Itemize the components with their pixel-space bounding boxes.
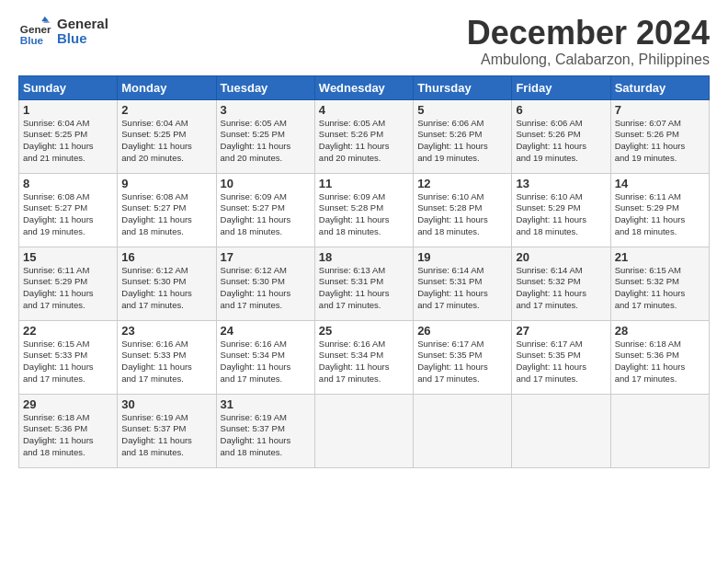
cell-line: Daylight: 11 hours bbox=[221, 288, 291, 298]
cell-line: Sunrise: 6:17 AM bbox=[417, 339, 483, 349]
cell-line: Sunset: 5:29 PM bbox=[23, 276, 87, 286]
calendar-cell: 7Sunrise: 6:07 AMSunset: 5:26 PMDaylight… bbox=[610, 99, 709, 173]
cell-line: Sunrise: 6:11 AM bbox=[23, 265, 89, 275]
calendar-cell: 10Sunrise: 6:09 AMSunset: 5:27 PMDayligh… bbox=[216, 173, 314, 247]
cell-line: Sunrise: 6:08 AM bbox=[121, 191, 188, 201]
cell-line: Daylight: 11 hours bbox=[417, 214, 488, 224]
day-number: 7 bbox=[615, 103, 705, 117]
day-number: 22 bbox=[23, 324, 113, 338]
calendar-cell: 31Sunrise: 6:19 AMSunset: 5:37 PMDayligh… bbox=[216, 394, 314, 467]
header-day-tuesday: Tuesday bbox=[216, 75, 314, 99]
day-number: 19 bbox=[417, 250, 507, 264]
calendar-cell: 21Sunrise: 6:15 AMSunset: 5:32 PMDayligh… bbox=[610, 247, 709, 320]
calendar-cell: 4Sunrise: 6:05 AMSunset: 5:26 PMDaylight… bbox=[314, 99, 413, 173]
day-number: 3 bbox=[221, 103, 311, 117]
cell-line: Daylight: 11 hours bbox=[23, 435, 94, 445]
cell-line: Sunrise: 6:06 AM bbox=[516, 118, 582, 128]
cell-line: Daylight: 11 hours bbox=[615, 214, 686, 224]
cell-line: and 17 minutes. bbox=[23, 300, 85, 310]
title-block: December 2024 Ambulong, Calabarzon, Phil… bbox=[467, 15, 710, 68]
calendar-cell bbox=[512, 394, 610, 467]
cell-line: and 17 minutes. bbox=[221, 373, 283, 384]
cell-text: Sunrise: 6:06 AMSunset: 5:26 PMDaylight:… bbox=[417, 118, 507, 165]
calendar-cell: 3Sunrise: 6:05 AMSunset: 5:25 PMDaylight… bbox=[216, 99, 314, 173]
cell-line: Sunrise: 6:13 AM bbox=[319, 265, 385, 275]
cell-line: Sunrise: 6:04 AM bbox=[121, 118, 188, 128]
cell-line: and 17 minutes. bbox=[516, 373, 578, 384]
cell-line: Sunset: 5:26 PM bbox=[319, 129, 383, 139]
cell-text: Sunrise: 6:06 AMSunset: 5:26 PMDaylight:… bbox=[516, 118, 606, 165]
cell-line: Daylight: 11 hours bbox=[319, 362, 390, 372]
day-number: 8 bbox=[23, 177, 113, 190]
cell-line: and 17 minutes. bbox=[319, 373, 381, 384]
cell-line: Sunset: 5:25 PM bbox=[121, 129, 186, 139]
calendar-cell: 25Sunrise: 6:16 AMSunset: 5:34 PMDayligh… bbox=[314, 320, 413, 394]
cell-text: Sunrise: 6:08 AMSunset: 5:27 PMDaylight:… bbox=[121, 191, 211, 238]
cell-text: Sunrise: 6:16 AMSunset: 5:34 PMDaylight:… bbox=[221, 339, 311, 385]
calendar-cell: 28Sunrise: 6:18 AMSunset: 5:36 PMDayligh… bbox=[610, 320, 709, 394]
cell-line: Daylight: 11 hours bbox=[221, 435, 291, 445]
logo: General Blue General Blue bbox=[18, 15, 108, 48]
cell-line: Sunrise: 6:14 AM bbox=[516, 265, 582, 275]
day-number: 2 bbox=[121, 103, 211, 117]
cell-line: Daylight: 11 hours bbox=[121, 141, 192, 151]
cell-line: and 18 minutes. bbox=[221, 226, 283, 236]
cell-line: Sunrise: 6:19 AM bbox=[121, 412, 188, 422]
calendar-cell: 29Sunrise: 6:18 AMSunset: 5:36 PMDayligh… bbox=[19, 394, 118, 467]
cell-line: Sunset: 5:27 PM bbox=[121, 202, 186, 213]
cell-line: Sunset: 5:30 PM bbox=[221, 276, 285, 286]
cell-line: Sunset: 5:31 PM bbox=[417, 276, 482, 286]
cell-line: and 17 minutes. bbox=[516, 300, 578, 310]
cell-line: Sunset: 5:26 PM bbox=[615, 129, 679, 139]
cell-line: Daylight: 11 hours bbox=[516, 362, 586, 372]
cell-line: Sunset: 5:35 PM bbox=[417, 350, 482, 360]
cell-line: Sunrise: 6:16 AM bbox=[221, 339, 287, 349]
cell-line: Sunset: 5:29 PM bbox=[615, 202, 679, 213]
cell-line: and 17 minutes. bbox=[417, 300, 480, 310]
logo-line2: Blue bbox=[57, 31, 108, 47]
cell-line: Sunrise: 6:10 AM bbox=[516, 191, 582, 201]
day-number: 10 bbox=[221, 177, 311, 190]
day-number: 14 bbox=[615, 177, 705, 190]
cell-line: and 17 minutes. bbox=[221, 300, 283, 310]
calendar-cell: 17Sunrise: 6:12 AMSunset: 5:30 PMDayligh… bbox=[216, 247, 314, 320]
logo-icon: General Blue bbox=[18, 15, 51, 48]
cell-line: Daylight: 11 hours bbox=[319, 214, 390, 224]
cell-line: and 20 minutes. bbox=[121, 153, 184, 163]
calendar-cell: 1Sunrise: 6:04 AMSunset: 5:25 PMDaylight… bbox=[19, 99, 118, 173]
cell-text: Sunrise: 6:05 AMSunset: 5:25 PMDaylight:… bbox=[221, 118, 311, 165]
cell-line: and 17 minutes. bbox=[417, 373, 480, 384]
cell-line: Sunrise: 6:15 AM bbox=[23, 339, 89, 349]
cell-line: Sunrise: 6:14 AM bbox=[417, 265, 483, 275]
cell-line: Sunset: 5:33 PM bbox=[23, 350, 87, 360]
cell-line: Daylight: 11 hours bbox=[23, 141, 94, 151]
day-number: 20 bbox=[516, 250, 606, 264]
cell-line: and 18 minutes. bbox=[417, 226, 480, 236]
cell-line: Daylight: 11 hours bbox=[221, 362, 291, 372]
cell-line: Sunset: 5:37 PM bbox=[221, 423, 285, 433]
day-number: 25 bbox=[319, 324, 409, 338]
cell-line: and 19 minutes. bbox=[417, 153, 480, 163]
week-row: 1Sunrise: 6:04 AMSunset: 5:25 PMDaylight… bbox=[19, 99, 710, 173]
calendar-cell: 8Sunrise: 6:08 AMSunset: 5:27 PMDaylight… bbox=[19, 173, 118, 247]
cell-line: Daylight: 11 hours bbox=[615, 141, 686, 151]
calendar-table: SundayMondayTuesdayWednesdayThursdayFrid… bbox=[18, 75, 710, 468]
cell-line: Daylight: 11 hours bbox=[23, 214, 94, 224]
cell-line: Daylight: 11 hours bbox=[516, 141, 586, 151]
cell-line: and 18 minutes. bbox=[221, 447, 283, 457]
cell-line: Sunset: 5:36 PM bbox=[23, 423, 87, 433]
cell-line: Sunrise: 6:19 AM bbox=[221, 412, 287, 422]
header: General Blue General Blue December 2024 … bbox=[18, 15, 710, 68]
cell-line: Sunset: 5:35 PM bbox=[516, 350, 580, 360]
cell-line: Sunset: 5:26 PM bbox=[417, 129, 482, 139]
week-row: 22Sunrise: 6:15 AMSunset: 5:33 PMDayligh… bbox=[19, 320, 710, 394]
calendar-cell: 24Sunrise: 6:16 AMSunset: 5:34 PMDayligh… bbox=[216, 320, 314, 394]
day-number: 31 bbox=[221, 397, 311, 411]
cell-line: Daylight: 11 hours bbox=[516, 214, 586, 224]
cell-line: Daylight: 11 hours bbox=[121, 435, 192, 445]
page: General Blue General Blue December 2024 … bbox=[0, 0, 728, 563]
day-number: 27 bbox=[516, 324, 606, 338]
cell-text: Sunrise: 6:13 AMSunset: 5:31 PMDaylight:… bbox=[319, 265, 409, 312]
week-row: 8Sunrise: 6:08 AMSunset: 5:27 PMDaylight… bbox=[19, 173, 710, 247]
day-number: 11 bbox=[319, 177, 409, 190]
